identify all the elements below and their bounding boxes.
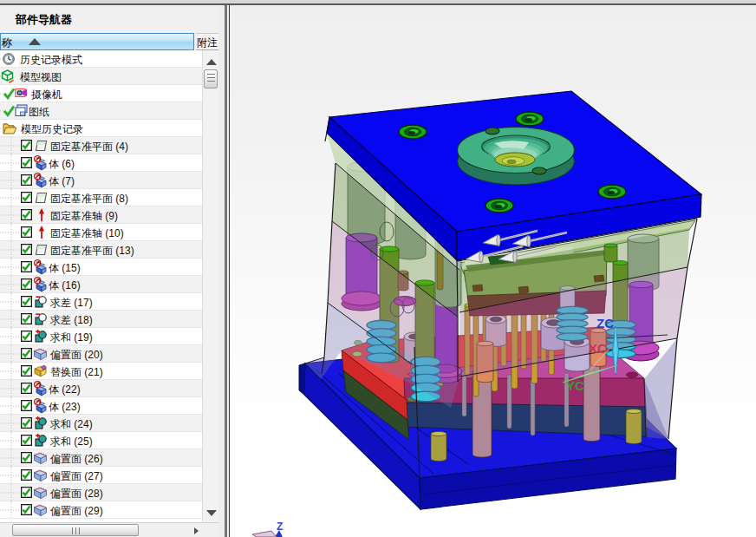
svg-text:ZC: ZC xyxy=(596,316,614,331)
svg-text:XC: XC xyxy=(589,341,607,356)
svg-text:YC: YC xyxy=(566,378,584,393)
svg-text:Z: Z xyxy=(277,521,283,533)
